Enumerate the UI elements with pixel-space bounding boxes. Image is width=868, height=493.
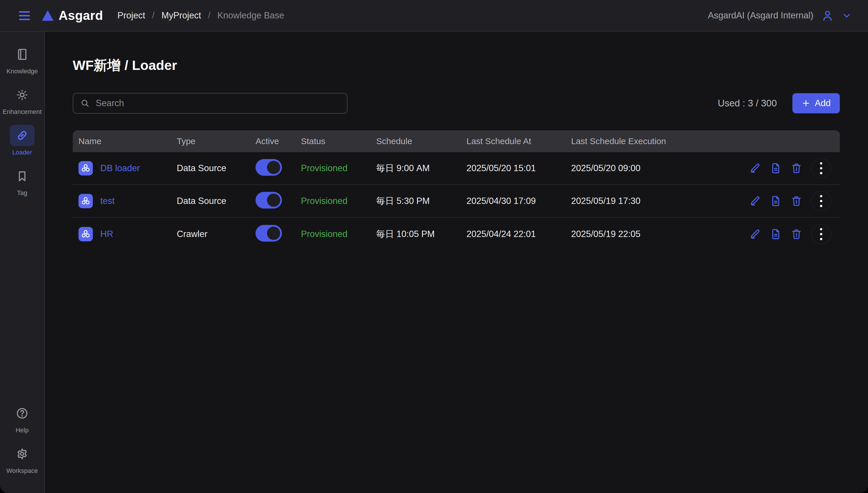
bookmark-icon [10,165,35,187]
row-last-schedule-execution: 2025/05/19 17:30 [571,196,692,206]
account-name: AsgardAI (Asgard Internal) [708,10,814,21]
sidebar-label: Tag [17,189,27,197]
col-schedule: Schedule [376,136,466,146]
document-icon[interactable] [770,195,782,207]
loader-name-link[interactable]: test [100,196,115,206]
account-menu[interactable]: AsgardAI (Asgard Internal) [708,9,852,22]
app-window: Asgard Project / MyProject / Knowledge B… [0,0,868,493]
usage-counter: Used : 3 / 300 [718,98,777,109]
breadcrumb-separator: / [152,10,155,21]
link-icon [10,125,35,146]
trash-icon[interactable] [791,162,802,174]
chevron-down-icon [842,10,852,21]
col-type: Type [177,136,255,146]
sidebar-label: Help [16,427,28,434]
document-icon[interactable] [770,228,782,240]
gear-icon [10,443,35,465]
row-name-cell: DB loader [78,161,177,175]
trefoil-knot-icon [78,161,93,175]
sidebar-item-knowledge[interactable]: Knowledge [7,44,38,75]
sidebar-item-loader[interactable]: Loader [10,125,35,156]
row-last-schedule-at: 2025/04/30 17:09 [466,196,571,206]
table-header: Name Type Active Status Schedule Last Sc… [73,130,840,152]
pencil-icon[interactable] [749,228,761,240]
document-icon[interactable] [770,162,782,174]
trash-icon[interactable] [791,195,802,207]
trefoil-knot-icon [78,227,93,241]
status-badge: Provisioned [301,229,376,239]
breadcrumb-separator: / [208,10,211,21]
status-badge: Provisioned [301,163,376,173]
row-type: Data Source [177,163,255,173]
row-name-cell: HR [78,227,177,241]
pencil-icon[interactable] [749,195,761,207]
row-schedule: 毎日 10:05 PM [376,228,466,240]
sidebar-item-workspace[interactable]: Workspace [6,443,38,475]
row-schedule: 毎日 5:30 PM [376,195,466,207]
help-circle-icon [10,403,35,424]
sidebar: Knowledge Enhancement [0,31,45,493]
row-last-schedule-execution: 2025/05/20 09:00 [571,163,692,173]
breadcrumb-myproject[interactable]: MyProject [162,10,201,21]
col-name: Name [78,136,177,146]
brand-logo[interactable]: Asgard [41,8,103,23]
active-toggle[interactable] [255,192,282,209]
magnifier-icon [80,99,90,108]
active-toggle[interactable] [255,225,282,242]
search-box [73,93,347,114]
sidebar-label: Enhancement [3,108,42,115]
sidebar-label: Workspace [6,467,38,475]
sidebar-label: Knowledge [7,68,38,75]
loader-table: Name Type Active Status Schedule Last Sc… [73,130,840,251]
status-badge: Provisioned [301,196,376,206]
col-active: Active [255,136,301,146]
table-row: HR Crawler Provisioned 毎日 10:05 PM 2025/… [73,218,840,251]
main-content: WF新增 / Loader Used : 3 / 300 Add [45,31,868,493]
row-last-schedule-execution: 2025/05/19 22:05 [571,229,692,239]
breadcrumb-knowledge-base: Knowledge Base [217,10,284,21]
search-input[interactable] [95,98,340,109]
person-icon [821,9,834,22]
triangle-logo-icon [41,10,54,21]
hamburger-icon[interactable] [17,7,33,24]
active-toggle[interactable] [255,159,282,176]
row-last-schedule-at: 2025/04/24 22:01 [466,229,571,239]
kebab-menu-icon[interactable] [811,224,831,244]
row-type: Data Source [177,196,255,206]
row-schedule: 毎日 9:00 AM [376,162,466,174]
sidebar-item-help[interactable]: Help [10,403,35,434]
row-last-schedule-at: 2025/05/20 15:01 [466,163,571,173]
add-button[interactable]: Add [793,93,840,113]
brand-name: Asgard [59,8,103,23]
toolbar: Used : 3 / 300 Add [73,93,840,114]
sidebar-label: Loader [13,149,32,156]
trash-icon[interactable] [791,228,802,240]
row-name-cell: test [78,194,177,208]
trefoil-knot-icon [78,194,93,208]
kebab-menu-icon[interactable] [811,158,831,178]
loader-name-link[interactable]: HR [100,229,113,239]
row-actions [692,191,840,211]
row-actions [692,224,840,244]
book-icon [10,44,35,65]
add-button-label: Add [815,98,831,108]
table-row: test Data Source Provisioned 毎日 5:30 PM … [73,185,840,218]
breadcrumb: Project / MyProject / Knowledge Base [118,10,284,21]
sidebar-item-enhancement[interactable]: Enhancement [3,84,42,115]
plus-icon [802,99,810,108]
sidebar-item-tag[interactable]: Tag [10,165,35,197]
col-status: Status [301,136,376,146]
col-last-schedule-at: Last Schedule At [466,136,571,146]
table-row: DB loader Data Source Provisioned 毎日 9:0… [73,152,840,185]
sun-icon [10,84,35,106]
kebab-menu-icon[interactable] [811,191,831,211]
breadcrumb-project[interactable]: Project [118,10,145,21]
loader-name-link[interactable]: DB loader [100,163,140,173]
pencil-icon[interactable] [749,162,761,174]
col-last-schedule-execution: Last Schedule Execution [571,136,692,146]
row-actions [692,158,840,178]
page-title: WF新增 / Loader [73,56,840,74]
topbar: Asgard Project / MyProject / Knowledge B… [0,0,868,31]
row-type: Crawler [177,229,255,239]
